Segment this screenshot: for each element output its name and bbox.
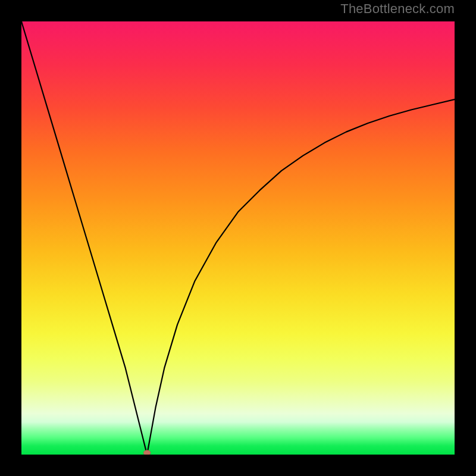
watermark-text: TheBottleneck.com [340, 1, 455, 17]
plot-area [21, 21, 455, 455]
chart-frame: TheBottleneck.com [0, 0, 476, 476]
bottleneck-curve [21, 21, 455, 455]
vertex-marker [143, 450, 151, 455]
curve-layer [21, 21, 455, 455]
